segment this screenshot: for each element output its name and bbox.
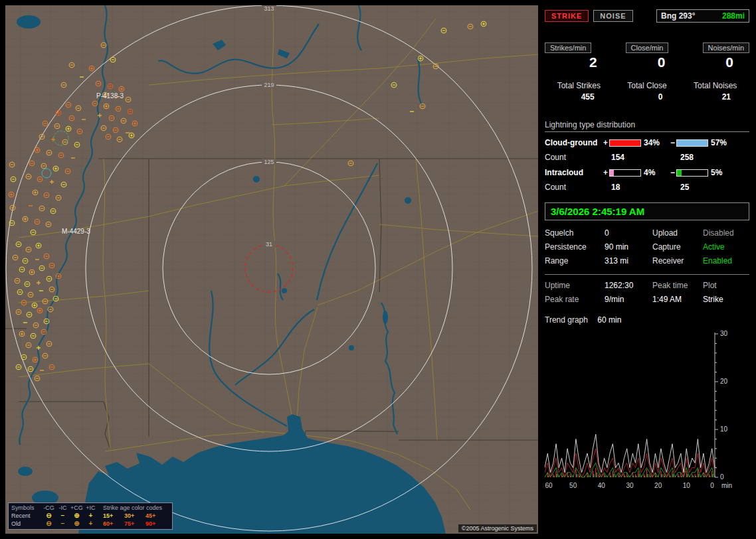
- svg-text:0: 0: [710, 482, 714, 489]
- minus-ic-icon: −: [56, 520, 70, 527]
- svg-text:30: 30: [626, 482, 634, 489]
- status-grid: Squelch 0 Upload Disabled Persistence 90…: [545, 228, 749, 266]
- minus-sign: −: [669, 168, 676, 177]
- svg-text:20: 20: [720, 378, 728, 385]
- peak-time-value: 1:49 AM: [652, 295, 703, 304]
- bearing-readout: Bng 293° 288mi: [656, 9, 749, 23]
- status-panel: STRIKE NOISE Bng 293° 288mi Strikes/min …: [543, 5, 751, 534]
- plus-sign: +: [602, 168, 609, 177]
- persistence-value: 90 min: [605, 242, 652, 252]
- cloud-ground-row: Cloud-ground + 34% − 57%: [545, 138, 749, 147]
- legend-old-ages: 60+ 75+ 90+: [103, 520, 171, 527]
- plus-cg-icon: ⊕: [70, 512, 84, 519]
- total-close-value: 0: [613, 92, 682, 102]
- cg-positive-count: 154: [611, 153, 680, 162]
- total-strikes-value: 455: [545, 92, 613, 102]
- svg-text:30: 30: [720, 330, 728, 337]
- minus-cg-icon: ⊖: [42, 520, 56, 527]
- legend-symbols-header: Symbols: [11, 504, 42, 511]
- bearing-distance: 288mi: [722, 11, 745, 21]
- trend-graph-label: Trend graph: [545, 315, 595, 325]
- svg-text:10: 10: [720, 425, 728, 433]
- trend-graph-span: 60 min: [597, 315, 621, 325]
- count-label: Count: [545, 183, 611, 192]
- peak-rate-label: Peak rate: [545, 295, 605, 304]
- peak-rate-value: 9/min: [605, 295, 652, 304]
- svg-text:313: 313: [264, 5, 274, 12]
- cg-positive-pct: 34%: [644, 138, 669, 147]
- rate-label-row: Strikes/min Close/min Noises/min: [545, 42, 749, 53]
- cloud-ground-counts: Count 154 258: [545, 153, 749, 162]
- squelch-value: 0: [605, 228, 652, 238]
- total-noises-label: Total Noises: [681, 81, 749, 90]
- svg-text:M-4429-3: M-4429-3: [62, 228, 90, 235]
- noises-per-min-value: 0: [681, 54, 749, 70]
- upload-label: Upload: [652, 228, 703, 238]
- receiver-label: Receiver: [652, 256, 703, 266]
- copyright-text: ©2005 Astrogenic Systems: [458, 524, 537, 532]
- legend-column-headers: -CG -IC +CG +IC: [42, 504, 103, 511]
- svg-text:P-4138-3: P-4138-3: [96, 92, 124, 100]
- plus-ic-icon: +: [84, 512, 98, 519]
- capture-status: Active: [703, 242, 749, 252]
- plus-cg-icon: ⊕: [70, 520, 84, 527]
- uptime-label: Uptime: [545, 281, 605, 290]
- count-label: Count: [545, 153, 611, 162]
- svg-text:50: 50: [569, 482, 577, 489]
- ic-positive-pct: 4%: [644, 168, 669, 177]
- datetime-display: 3/6/2026 2:45:19 AM: [545, 202, 749, 220]
- cloud-ground-label: Cloud-ground: [545, 138, 602, 147]
- receiver-status: Enabled: [703, 256, 749, 266]
- plot-label: Plot: [703, 281, 749, 290]
- squelch-label: Squelch: [545, 228, 605, 238]
- minus-sign: −: [669, 138, 676, 147]
- ic-positive-count: 18: [611, 183, 680, 192]
- map-legend: Symbols -CG -IC +CG +IC Strike age color…: [8, 502, 173, 530]
- svg-text:20: 20: [654, 482, 662, 489]
- cg-negative-pct: 57%: [711, 138, 735, 147]
- legend-old-symbols: ⊖ − ⊕ +: [42, 520, 103, 527]
- plus-ic-icon: +: [84, 520, 98, 527]
- total-close-label: Total Close: [613, 81, 682, 90]
- capture-label: Capture: [652, 242, 703, 252]
- plus-sign: +: [602, 138, 609, 147]
- cg-positive-bar: [609, 139, 641, 147]
- ic-negative-pct: 5%: [711, 168, 735, 177]
- range-value: 313 mi: [605, 256, 652, 266]
- map-canvas[interactable]: 31321912531 P-4138-3M-4429-3: [5, 5, 538, 534]
- intracloud-row: Intracloud + 4% − 5%: [545, 168, 749, 177]
- stats-grid: Uptime 1262:30 Peak time Plot Peak rate …: [545, 281, 749, 304]
- cg-negative-count: 258: [680, 153, 749, 162]
- map-panel[interactable]: 31321912531 P-4138-3M-4429-3 Symbols -CG…: [5, 5, 538, 534]
- svg-text:0: 0: [720, 473, 724, 481]
- plot-value: Strike: [703, 295, 749, 304]
- legend-recent-symbols: ⊖ − ⊕ +: [42, 512, 103, 519]
- noise-button[interactable]: NOISE: [593, 10, 632, 22]
- nexstorm-window: 31321912531 P-4138-3M-4429-3 Symbols -CG…: [0, 0, 756, 539]
- trend-graph-row: Trend graph 60 min: [545, 315, 749, 325]
- svg-text:219: 219: [264, 82, 274, 88]
- noises-per-min-label: Noises/min: [703, 42, 749, 53]
- strikes-per-min-value: 2: [545, 54, 613, 70]
- uptime-value: 1262:30: [605, 281, 652, 290]
- legend-age-header: Strike age color codes: [103, 504, 171, 511]
- strike-button[interactable]: STRIKE: [545, 10, 589, 22]
- rate-value-row: 2 0 0: [545, 54, 749, 70]
- trend-graph: 30201006050403020100min: [545, 330, 749, 497]
- range-label: Range: [545, 256, 605, 266]
- svg-text:125: 125: [264, 159, 274, 165]
- intracloud-label: Intracloud: [545, 168, 602, 177]
- close-per-min-value: 0: [613, 54, 682, 70]
- ic-positive-bar: [609, 169, 641, 177]
- intracloud-counts: Count 18 25: [545, 183, 749, 192]
- total-strikes-label: Total Strikes: [545, 81, 613, 90]
- bearing-value: Bng 293°: [661, 11, 695, 21]
- svg-text:min: min: [721, 482, 732, 489]
- divider: [545, 274, 749, 275]
- legend-row-recent-label: Recent: [11, 512, 42, 519]
- svg-text:31: 31: [266, 241, 272, 248]
- ic-negative-count: 25: [680, 183, 749, 192]
- persistence-label: Persistence: [545, 242, 605, 252]
- legend-recent-ages: 15+ 30+ 45+: [103, 512, 171, 519]
- minus-ic-icon: −: [56, 512, 70, 519]
